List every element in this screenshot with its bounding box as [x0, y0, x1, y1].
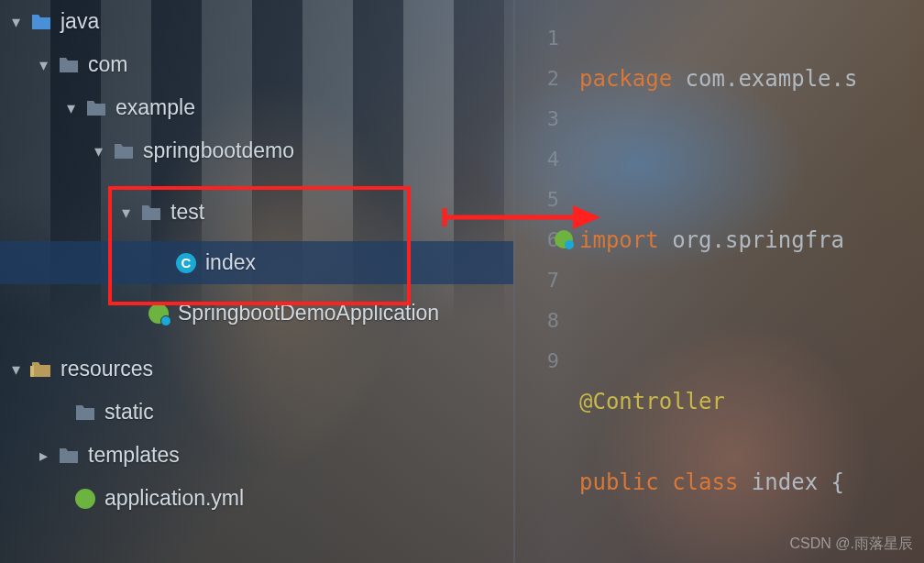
tree-label: templates	[88, 443, 180, 468]
svg-rect-0	[30, 366, 34, 377]
tree-label: test	[170, 200, 204, 225]
tree-item-application-yml[interactable]: application.yml	[0, 477, 513, 520]
line-number: 5	[515, 180, 559, 220]
line-number: 3	[515, 99, 559, 139]
tree-label: example	[116, 95, 195, 120]
tree-item-java[interactable]: java	[0, 0, 513, 43]
code-line: @Controller	[579, 381, 924, 422]
line-number: 7	[515, 260, 559, 301]
project-tree[interactable]: java com example springbootdemo test C	[0, 0, 513, 563]
class-icon: C	[174, 251, 198, 275]
line-number: 1	[515, 18, 559, 59]
tree-label: static	[104, 400, 154, 425]
tree-label: resources	[60, 357, 153, 381]
folder-icon	[73, 401, 97, 425]
tree-label: springbootdemo	[143, 138, 294, 163]
tree-item-resources[interactable]: resources	[0, 348, 513, 391]
tree-item-springboot-app[interactable]: SpringbootDemoApplication	[0, 292, 513, 335]
tree-item-springbootdemo[interactable]: springbootdemo	[0, 129, 513, 172]
line-number: 8	[515, 301, 559, 341]
spring-app-icon	[147, 302, 170, 326]
code-line: package com.example.s	[579, 59, 924, 99]
tree-item-index[interactable]: C index	[0, 241, 513, 284]
spring-config-icon	[73, 487, 97, 511]
tree-item-templates[interactable]: templates	[0, 434, 513, 477]
tree-label: index	[205, 250, 256, 275]
chevron-down-icon	[117, 203, 134, 223]
chevron-down-icon	[7, 359, 24, 380]
folder-icon	[57, 53, 81, 77]
tree-item-test[interactable]: test	[0, 191, 513, 234]
chevron-down-icon	[62, 98, 79, 118]
editor-gutter: 1 2 3 4 5 6 7 8 9	[515, 0, 579, 563]
line-number: 9	[515, 341, 559, 381]
chevron-down-icon	[90, 141, 106, 161]
code-line: import org.springfra	[579, 220, 924, 260]
folder-icon	[139, 201, 163, 225]
chevron-right-icon	[35, 446, 51, 466]
line-number: 4	[515, 139, 559, 180]
spring-gutter-icon[interactable]	[554, 229, 574, 249]
tree-label: SpringbootDemoApplication	[178, 301, 439, 326]
watermark-text: CSDN @.雨落星辰	[790, 535, 913, 554]
line-number: 2	[515, 59, 559, 99]
tree-label: java	[60, 9, 99, 34]
tree-item-com[interactable]: com	[0, 43, 513, 86]
line-number: 6	[515, 220, 559, 260]
tree-label: com	[88, 52, 127, 77]
svg-point-5	[565, 240, 574, 249]
folder-icon	[84, 96, 108, 120]
folder-icon	[112, 139, 136, 163]
resources-folder-icon	[29, 358, 53, 381]
tree-item-example[interactable]: example	[0, 86, 513, 129]
code-line	[579, 139, 924, 180]
code-line: public class index {	[579, 462, 924, 502]
chevron-down-icon	[35, 55, 51, 75]
folder-icon	[29, 10, 53, 34]
tree-label: application.yml	[104, 486, 244, 511]
chevron-down-icon	[7, 12, 24, 32]
code-area[interactable]: package com.example.s import org.springf…	[579, 0, 924, 563]
code-editor[interactable]: 1 2 3 4 5 6 7 8 9 package com.example.s …	[513, 0, 924, 563]
folder-icon	[57, 444, 81, 468]
tree-item-static[interactable]: static	[0, 391, 513, 434]
code-line	[579, 301, 924, 341]
